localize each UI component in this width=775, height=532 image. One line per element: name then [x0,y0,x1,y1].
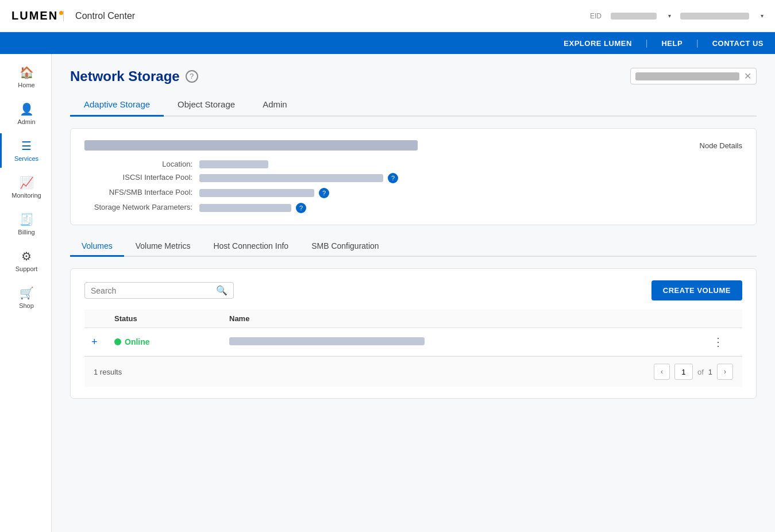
node-card: Node Details Location: ISCSI Interface P… [70,128,757,225]
search-icon[interactable]: 🔍 [216,285,228,296]
location-label: Location: [84,160,199,168]
status-label: Online [125,337,150,346]
header-search-box: ✕ [630,68,757,84]
eid-dropdown[interactable]: ▾ [668,13,671,19]
support-icon: ⚙ [21,249,32,263]
tab-adaptive-storage[interactable]: Adaptive Storage [70,94,164,117]
table-header: Status Name [84,310,742,328]
sub-tab-host-connection[interactable]: Host Connection Info [202,237,300,257]
storage-network-help-icon[interactable]: ? [296,203,306,213]
col-expand [91,314,114,323]
user-value [680,13,749,20]
help-link[interactable]: HELP [661,39,683,48]
tab-object-storage[interactable]: Object Storage [164,94,249,117]
top-nav-right: EID ▾ ▾ [590,12,764,20]
sub-tab-volume-metrics[interactable]: Volume Metrics [124,237,202,257]
top-navbar: LUMEN Control Center EID ▾ ▾ [0,0,775,32]
page-input[interactable] [674,364,693,380]
page-help-icon[interactable]: ? [186,70,198,83]
sub-tab-smb-configuration[interactable]: SMB Configuration [300,237,391,257]
contact-us-link[interactable]: CONTACT US [712,39,764,48]
volumes-search-wrap: 🔍 [84,282,234,299]
volumes-card: 🔍 CREATE VOLUME Status Name + [70,268,757,399]
sidebar-label-monitoring: Monitoring [11,192,41,199]
create-volume-button[interactable]: CREATE VOLUME [651,280,742,300]
page-of-label: of [697,368,704,376]
storage-network-value-wrap: ? [199,203,742,213]
logo: LUMEN [11,9,63,22]
sidebar-item-billing[interactable]: 🧾 Billing [0,207,51,241]
row-name-blurred [229,337,425,345]
pagination-bar: 1 results ‹ of 1 › [84,356,742,387]
pagination-controls: ‹ of 1 › [654,364,733,380]
nfs-help-icon[interactable]: ? [319,188,329,198]
tab-admin[interactable]: Admin [249,94,301,117]
row-name [229,337,712,347]
sub-tab-volumes[interactable]: Volumes [70,237,124,257]
next-page-button[interactable]: › [717,364,733,380]
sidebar-item-admin[interactable]: 👤 Admin [0,97,51,131]
nfs-label: NFS/SMB Interface Pool: [84,188,199,198]
home-icon: 🏠 [20,65,34,79]
logo-dot [59,11,63,15]
iscsi-value-wrap: ? [199,173,742,183]
sidebar-item-services[interactable]: ☰ Services [0,133,51,168]
sidebar: 🏠 Home 👤 Admin ☰ Services 📈 Monitoring 🧾… [0,54,52,532]
explore-lumen-link[interactable]: EXPLORE LUMEN [564,39,631,48]
sidebar-label-support: Support [16,265,38,272]
page-title-section: Network Storage ? [70,68,198,84]
volumes-search-input[interactable] [91,286,211,295]
sidebar-item-shop[interactable]: 🛒 Shop [0,280,51,315]
iscsi-help-icon[interactable]: ? [388,173,398,183]
expand-icon[interactable]: + [91,336,98,348]
col-name: Name [229,314,712,323]
node-details-link[interactable]: Node Details [700,141,742,150]
col-actions [712,314,735,323]
col-status: Status [114,314,229,323]
header-search-close[interactable]: ✕ [744,71,751,82]
main-tabs: Adaptive Storage Object Storage Admin [70,94,757,117]
sidebar-label-billing: Billing [18,229,34,236]
sidebar-item-monitoring[interactable]: 📈 Monitoring [0,170,51,205]
volumes-table: Status Name + Online [84,310,742,387]
node-header: Node Details [84,140,742,151]
sidebar-label-admin: Admin [17,118,35,125]
volumes-toolbar: 🔍 CREATE VOLUME [84,280,742,300]
sidebar-item-support[interactable]: ⚙ Support [0,244,51,278]
app-title: Control Center [63,11,135,21]
shop-icon: 🛒 [20,286,34,300]
row-status: Online [114,337,229,346]
sidebar-label-services: Services [14,155,38,162]
total-pages: 1 [708,368,712,376]
row-actions[interactable]: ⋮ [712,335,735,349]
eid-label: EID [590,12,602,20]
logo-text: LUMEN [11,9,58,22]
storage-network-value [199,204,291,212]
node-id-blurred [84,140,418,151]
blue-bar: EXPLORE LUMEN | HELP | CONTACT US [0,32,775,54]
node-info-grid: Location: ISCSI Interface Pool: ? NFS/SM… [84,160,742,213]
user-dropdown[interactable]: ▾ [761,13,764,19]
prev-page-button[interactable]: ‹ [654,364,670,380]
sidebar-item-home[interactable]: 🏠 Home [0,60,51,94]
monitoring-icon: 📈 [20,176,34,190]
header-search-value [635,72,739,80]
sidebar-label-shop: Shop [19,302,34,309]
main-content: Network Storage ? ✕ Adaptive Storage Obj… [52,54,775,532]
results-text: 1 results [94,368,122,376]
eid-value [611,13,657,20]
nfs-value-wrap: ? [199,188,742,198]
location-value [199,160,268,168]
layout: 🏠 Home 👤 Admin ☰ Services 📈 Monitoring 🧾… [0,54,775,532]
nfs-value [199,189,314,197]
sub-tabs: Volumes Volume Metrics Host Connection I… [70,237,757,257]
more-icon[interactable]: ⋮ [712,336,724,348]
table-row: + Online ⋮ [84,328,742,356]
billing-icon: 🧾 [20,213,34,226]
iscsi-label: ISCSI Interface Pool: [84,173,199,183]
iscsi-value [199,174,383,182]
page-header: Network Storage ? ✕ [70,68,757,84]
row-expand[interactable]: + [91,336,114,348]
page-title: Network Storage [70,68,180,84]
services-icon: ☰ [21,139,32,153]
